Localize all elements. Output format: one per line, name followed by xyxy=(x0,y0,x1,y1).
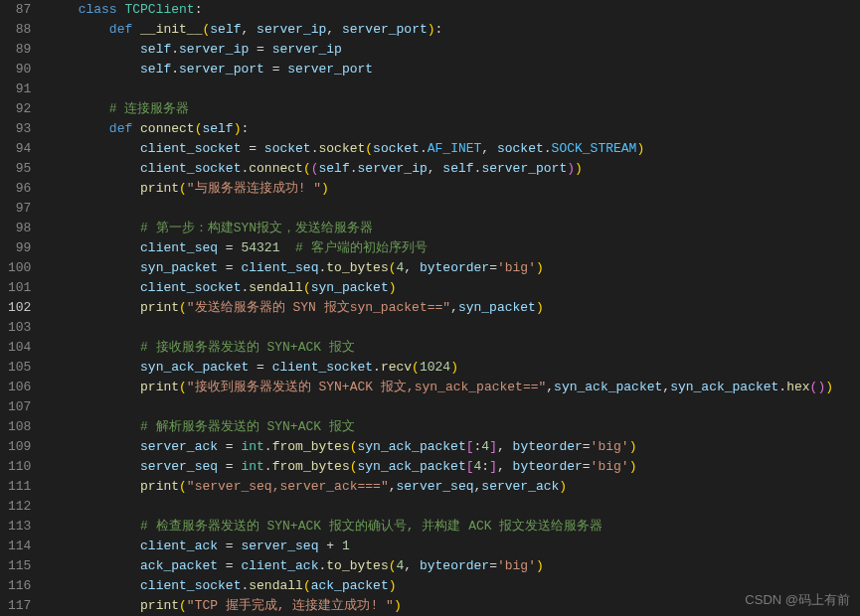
code-line[interactable]: # 接收服务器发送的 SYN+ACK 报文 xyxy=(47,338,856,358)
line-number: 105 xyxy=(8,358,31,378)
line-number: 92 xyxy=(8,99,31,119)
code-line[interactable]: client_ack = server_seq + 1 xyxy=(47,537,856,556)
line-number: 117 xyxy=(8,596,31,616)
line-number: 103 xyxy=(8,318,31,338)
code-line[interactable]: print("发送给服务器的 SYN 报文syn_packet==",syn_p… xyxy=(47,298,856,318)
line-number: 106 xyxy=(8,378,31,397)
line-number: 94 xyxy=(8,139,31,159)
code-line[interactable]: client_socket.connect((self.server_ip, s… xyxy=(47,159,856,179)
line-number: 111 xyxy=(8,477,31,497)
code-line[interactable] xyxy=(47,497,856,517)
line-number-gutter: 8788899091929394959697989910010110210310… xyxy=(0,0,47,616)
code-line[interactable]: client_socket = socket.socket(socket.AF_… xyxy=(47,139,856,159)
line-number: 99 xyxy=(8,238,31,258)
code-editor[interactable]: 8788899091929394959697989910010110210310… xyxy=(0,0,860,616)
code-line[interactable]: client_socket.sendall(syn_packet) xyxy=(47,278,856,298)
code-line[interactable] xyxy=(47,397,856,417)
line-number: 90 xyxy=(8,60,31,79)
line-number: 108 xyxy=(8,417,31,437)
code-line[interactable]: # 连接服务器 xyxy=(47,99,856,119)
line-number: 89 xyxy=(8,40,31,60)
code-line[interactable]: print("TCP 握手完成, 连接建立成功! ") xyxy=(47,596,856,616)
line-number: 115 xyxy=(8,556,31,576)
code-line[interactable]: syn_packet = client_seq.to_bytes(4, byte… xyxy=(47,258,856,278)
code-line[interactable]: def connect(self): xyxy=(47,119,856,139)
code-line[interactable] xyxy=(47,199,856,219)
code-area[interactable]: class TCPClient: def __init__(self, serv… xyxy=(47,0,860,616)
line-number: 87 xyxy=(8,0,31,20)
line-number: 104 xyxy=(8,338,31,358)
code-line[interactable]: client_socket.sendall(ack_packet) xyxy=(47,576,856,596)
code-line[interactable]: def __init__(self, server_ip, server_por… xyxy=(47,20,856,40)
line-number: 98 xyxy=(8,219,31,238)
code-line[interactable]: # 检查服务器发送的 SYN+ACK 报文的确认号, 并构建 ACK 报文发送给… xyxy=(47,517,856,537)
code-line[interactable]: self.server_ip = server_ip xyxy=(47,40,856,60)
line-number: 101 xyxy=(8,278,31,298)
line-number: 95 xyxy=(8,159,31,179)
code-line[interactable]: syn_ack_packet = client_socket.recv(1024… xyxy=(47,358,856,378)
line-number: 102 xyxy=(8,298,31,318)
code-line[interactable] xyxy=(47,318,856,338)
code-line[interactable]: print("与服务器连接成功! ") xyxy=(47,179,856,199)
line-number: 97 xyxy=(8,199,31,219)
line-number: 109 xyxy=(8,437,31,457)
code-line[interactable]: self.server_port = server_port xyxy=(47,60,856,79)
code-line[interactable]: server_seq = int.from_bytes(syn_ack_pack… xyxy=(47,457,856,477)
code-line[interactable]: print("接收到服务器发送的 SYN+ACK 报文,syn_ack_pack… xyxy=(47,378,856,397)
code-line[interactable]: server_ack = int.from_bytes(syn_ack_pack… xyxy=(47,437,856,457)
code-line[interactable] xyxy=(47,79,856,99)
line-number: 114 xyxy=(8,537,31,556)
line-number: 91 xyxy=(8,79,31,99)
line-number: 116 xyxy=(8,576,31,596)
code-line[interactable]: class TCPClient: xyxy=(47,0,856,20)
line-number: 107 xyxy=(8,397,31,417)
line-number: 113 xyxy=(8,517,31,537)
code-line[interactable]: # 第一步：构建SYN报文，发送给服务器 xyxy=(47,219,856,238)
code-line[interactable]: ack_packet = client_ack.to_bytes(4, byte… xyxy=(47,556,856,576)
line-number: 110 xyxy=(8,457,31,477)
code-line[interactable]: print("server_seq,server_ack===",server_… xyxy=(47,477,856,497)
code-line[interactable]: # 解析服务器发送的 SYN+ACK 报文 xyxy=(47,417,856,437)
line-number: 100 xyxy=(8,258,31,278)
code-line[interactable]: client_seq = 54321 # 客户端的初始序列号 xyxy=(47,238,856,258)
line-number: 112 xyxy=(8,497,31,517)
line-number: 88 xyxy=(8,20,31,40)
line-number: 93 xyxy=(8,119,31,139)
line-number: 96 xyxy=(8,179,31,199)
